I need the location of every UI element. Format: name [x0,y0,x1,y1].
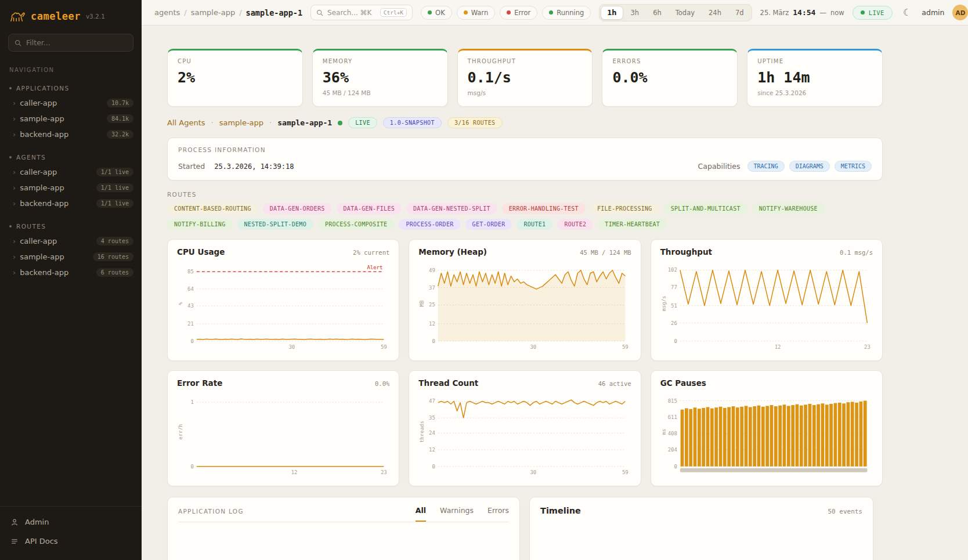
agent-badge-1-0-snapshot: 1.0-SNAPSHOT [383,117,442,128]
sidebar-item-caller-app[interactable]: ›caller-app1/1 live [0,164,142,180]
route-chip-route2[interactable]: ROUTE2 [557,219,593,230]
log-tab-group: AllWarningsErrors [416,506,509,522]
svg-text:ms: ms [661,429,667,435]
breadcrumb-link-agents[interactable]: agents [154,8,180,17]
route-chip-data-gen-files[interactable]: DATA-GEN-FILES [337,203,402,214]
route-chip-get-order[interactable]: GET-ORDER [465,219,512,230]
chart-header: GC Pauses [660,378,873,388]
chart-header: Error Rate0.0% [177,378,389,388]
sidebar-section-header-routes[interactable]: ROUTES [0,221,142,233]
sidebar-item-backend-app[interactable]: ›backend-app32.2k [0,127,142,142]
section-title: ROUTES [16,223,46,230]
timeline-panel: Timeline 50 events [529,497,873,560]
dark-mode-toggle[interactable]: ☾ [901,6,913,19]
route-chip-data-gen-nested-split[interactable]: DATA-GEN-NESTED-SPLIT [406,203,497,214]
chevron-right-icon: › [13,237,16,245]
chart-current-value: 0.1 msg/s [840,249,873,256]
footer-item-label: Admin [25,518,49,526]
sidebar-item-badge: 32.2k [107,130,133,139]
sidebar-item-backend-app[interactable]: ›backend-app1/1 live [0,196,142,211]
status-filter-warn[interactable]: Warn [457,6,496,20]
sidebar-item-badge: 4 routes [96,237,133,245]
sidebar-item-sample-app[interactable]: ›sample-app16 routes [0,249,142,265]
footer-item-admin[interactable]: Admin [0,512,142,532]
route-chip-route1[interactable]: ROUTE1 [516,219,552,230]
sidebar-item-sample-app[interactable]: ›sample-app1/1 live [0,180,142,196]
svg-text:611: 611 [667,414,677,420]
status-filter-error[interactable]: Error [500,6,537,20]
chevron-right-icon: › [13,269,16,276]
breadcrumb-separator: / [184,8,186,17]
route-chip-split-and-multicast[interactable]: SPLIT-AND-MULTICAST [664,203,747,214]
agent-crumb-all-agents[interactable]: All Agents [167,118,205,127]
sidebar-section-header-applications[interactable]: APPLICATIONS [0,82,142,95]
route-chip-error-handling-test[interactable]: ERROR-HANDLING-TEST [502,203,586,214]
live-label: LIVE [869,9,884,16]
svg-text:35: 35 [429,415,435,421]
time-range-3h[interactable]: 3h [624,6,646,20]
routes-section: ROUTES CONTENT-BASED-ROUTINGDATA-GEN-ORD… [167,191,883,230]
sidebar-filter [8,34,133,52]
sidebar-item-caller-app[interactable]: ›caller-app4 routes [0,233,142,249]
stat-label: ERRORS [612,58,727,64]
route-chip-file-processing[interactable]: FILE-PROCESSING [590,203,659,214]
footer-item-api-docs[interactable]: API Docs [0,532,142,551]
route-chip-process-composite[interactable]: PROCESS-COMPOSITE [318,219,394,230]
log-tab-errors[interactable]: Errors [487,506,509,522]
route-chip-notify-warehouse[interactable]: NOTIFY-WAREHOUSE [752,203,825,214]
route-chip-content-based-routing[interactable]: CONTENT-BASED-ROUTING [167,203,258,214]
log-tab-all[interactable]: All [416,506,426,522]
route-chip-nested-split-demo[interactable]: NESTED-SPLIT-DEMO [237,219,313,230]
search-input[interactable] [327,9,376,17]
breadcrumb-link-sample-app[interactable]: sample-app [191,8,235,17]
route-chip-process-order[interactable]: PROCESS-ORDER [399,219,460,230]
time-range-today[interactable]: Today [669,6,701,20]
sidebar-item-badge: 84.1k [107,114,133,123]
time-range-6h[interactable]: 6h [646,6,668,20]
search-icon [316,9,323,16]
date-range-display[interactable]: 25. März14:54 — now [760,8,844,17]
chart-plot: 02651771021223msg/s [660,260,873,351]
chart-current-value: 2% current [353,249,389,256]
route-chip-notify-billing[interactable]: NOTIFY-BILLING [167,219,233,230]
sidebar-item-caller-app[interactable]: ›caller-app10.7k [0,95,142,111]
global-search: Ctrl+K [310,5,413,20]
stat-sub: since 25.3.2026 [757,89,872,96]
status-filter-running[interactable]: Running [542,6,591,20]
user-name: admin [922,8,944,17]
chevron-right-icon: › [13,184,16,192]
sidebar-item-backend-app[interactable]: ›backend-app6 routes [0,265,142,280]
sidebar-item-sample-app[interactable]: ›sample-app84.1k [0,111,142,127]
chart-plot-area: 011223err/h [177,391,389,478]
range-separator: — [819,9,826,17]
time-range-24h[interactable]: 24h [702,6,728,20]
svg-text:0: 0 [432,464,435,469]
sidebar-item-label: sample-app [20,114,64,123]
svg-text:30: 30 [530,469,537,475]
route-chip-timer-heartbeat[interactable]: TIMER-HEARTBEAT [598,219,667,230]
status-filter-ok[interactable]: OK [421,6,452,20]
time-range-7d[interactable]: 7d [729,6,750,20]
app-version: v3.2.1 [86,13,105,20]
capabilities-group: Capabilities TRACINGDIAGRAMSMETRICS [698,161,872,172]
live-toggle[interactable]: LIVE [853,6,893,20]
sidebar-item-label: caller-app [20,168,57,176]
status-dot-icon [428,10,432,15]
stat-value: 0.0% [612,69,727,86]
time-range-1h[interactable]: 1h [601,6,623,20]
route-chip-data-gen-orders[interactable]: DATA-GEN-ORDERS [263,203,332,214]
svg-text:59: 59 [622,469,629,475]
sidebar-item-badge: 1/1 live [96,199,133,208]
sidebar-section-header-agents[interactable]: AGENTS [0,151,142,164]
chart-header: CPU Usage2% current [177,247,389,256]
breadcrumb-current: sample-app-1 [246,8,303,17]
section-bullet-icon [9,156,12,158]
sidebar-filter-input[interactable] [26,38,127,47]
application-log-title: APPLICATION LOG [178,508,244,522]
avatar[interactable]: AD [952,5,968,20]
app-logo[interactable]: cameleer v3.2.1 [0,0,142,30]
log-tab-warnings[interactable]: Warnings [440,506,474,522]
stat-sub: msg/s [468,89,583,96]
agent-crumb-sample-app[interactable]: sample-app [219,118,263,127]
chart-title: Throughput [660,247,712,256]
